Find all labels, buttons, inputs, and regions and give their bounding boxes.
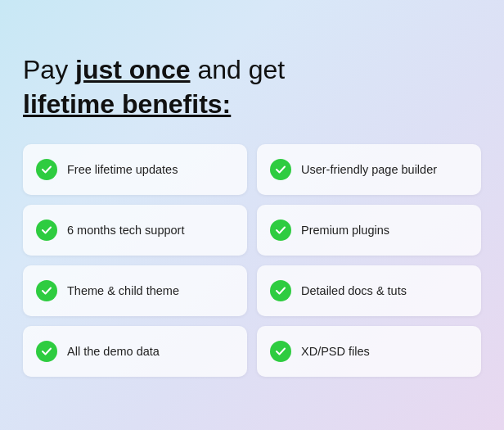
main-headline: Pay just once and get lifetime benefits: bbox=[23, 53, 481, 121]
benefit-label-free-updates: Free lifetime updates bbox=[67, 163, 178, 176]
check-icon-demo-data bbox=[36, 341, 57, 362]
benefit-label-child-theme: Theme & child theme bbox=[67, 284, 179, 297]
check-icon-child-theme bbox=[36, 280, 57, 301]
benefits-grid: Free lifetime updates User-friendly page… bbox=[23, 144, 481, 377]
headline-line2: lifetime benefits: bbox=[23, 88, 481, 122]
just-once-text: just once bbox=[75, 55, 190, 84]
check-icon-tech-support bbox=[36, 220, 57, 241]
check-icon-detailed-docs bbox=[270, 280, 291, 301]
benefit-label-demo-data: All the demo data bbox=[67, 345, 160, 358]
check-icon-free-updates bbox=[36, 159, 57, 180]
main-container: Pay just once and get lifetime benefits:… bbox=[15, 37, 489, 393]
check-icon-premium-plugins bbox=[270, 220, 291, 241]
benefit-label-user-friendly: User-friendly page builder bbox=[301, 163, 437, 176]
benefit-card-child-theme: Theme & child theme bbox=[23, 265, 247, 316]
benefit-card-tech-support: 6 months tech support bbox=[23, 205, 247, 256]
benefit-card-free-updates: Free lifetime updates bbox=[23, 144, 247, 195]
headline-section: Pay just once and get lifetime benefits: bbox=[23, 53, 481, 121]
benefit-label-premium-plugins: Premium plugins bbox=[301, 224, 389, 237]
benefit-card-demo-data: All the demo data bbox=[23, 326, 247, 377]
benefit-label-xd-psd: XD/PSD files bbox=[301, 345, 370, 358]
headline-line1: Pay just once and get bbox=[23, 55, 285, 84]
benefit-card-premium-plugins: Premium plugins bbox=[257, 205, 481, 256]
benefit-label-detailed-docs: Detailed docs & tuts bbox=[301, 284, 407, 297]
benefit-label-tech-support: 6 months tech support bbox=[67, 224, 184, 237]
benefit-card-detailed-docs: Detailed docs & tuts bbox=[257, 265, 481, 316]
benefit-card-xd-psd: XD/PSD files bbox=[257, 326, 481, 377]
benefit-card-user-friendly: User-friendly page builder bbox=[257, 144, 481, 195]
check-icon-xd-psd bbox=[270, 341, 291, 362]
check-icon-user-friendly bbox=[270, 159, 291, 180]
